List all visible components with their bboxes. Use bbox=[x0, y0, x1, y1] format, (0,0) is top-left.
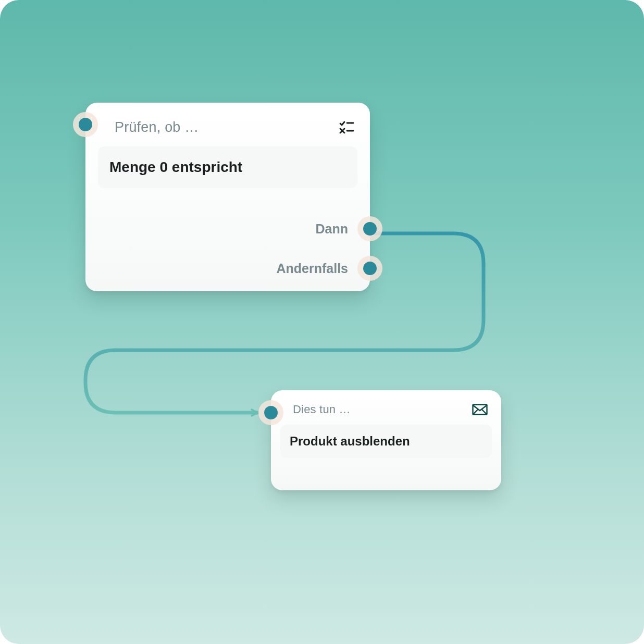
check-node-header: Prüfen, ob … bbox=[85, 103, 370, 140]
envelope-icon bbox=[472, 404, 488, 415]
action-node-body[interactable]: Produkt ausblenden bbox=[280, 425, 492, 458]
output-else-label: Andernfalls bbox=[276, 261, 348, 276]
action-node-title: Dies tun … bbox=[293, 403, 351, 416]
check-node-condition[interactable]: Menge 0 entspricht bbox=[98, 146, 357, 188]
workflow-canvas: Prüfen, ob … Menge 0 entspricht Dann bbox=[0, 0, 644, 644]
connector-then-to-action bbox=[0, 0, 644, 644]
output-else-dot bbox=[363, 262, 377, 275]
check-node-condition-text: Menge 0 entspricht bbox=[109, 159, 346, 176]
action-node-text: Produkt ausblenden bbox=[290, 434, 482, 449]
check-node-input-port[interactable] bbox=[79, 118, 92, 131]
output-then-port[interactable] bbox=[357, 216, 382, 241]
output-then-dot bbox=[363, 222, 377, 236]
check-node-title: Prüfen, ob … bbox=[115, 119, 199, 135]
action-node[interactable]: Dies tun … Produkt ausblenden bbox=[271, 390, 501, 490]
output-then-label: Dann bbox=[316, 221, 349, 237]
output-else-port[interactable] bbox=[357, 256, 382, 281]
check-output-then: Dann bbox=[276, 216, 370, 241]
action-node-input-port[interactable] bbox=[264, 406, 278, 419]
check-node-outputs: Dann Andernfalls bbox=[276, 216, 370, 281]
check-output-else: Andernfalls bbox=[276, 256, 370, 281]
checklist-icon bbox=[339, 119, 354, 135]
action-node-header: Dies tun … bbox=[271, 390, 501, 419]
check-node[interactable]: Prüfen, ob … Menge 0 entspricht Dann bbox=[85, 103, 370, 291]
